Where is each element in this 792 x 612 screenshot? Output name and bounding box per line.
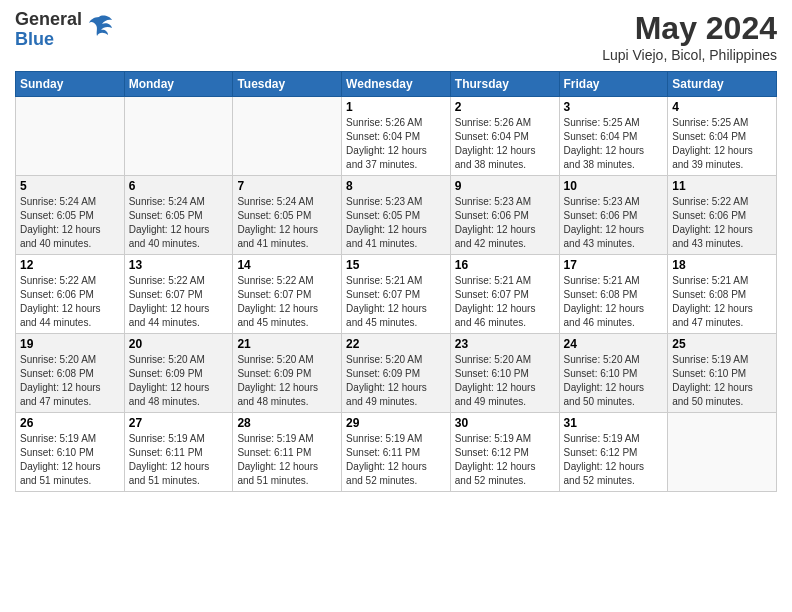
logo-general: General — [15, 10, 82, 30]
day-number: 27 — [129, 416, 229, 430]
calendar-week-row: 19Sunrise: 5:20 AM Sunset: 6:08 PM Dayli… — [16, 334, 777, 413]
calendar-cell: 26Sunrise: 5:19 AM Sunset: 6:10 PM Dayli… — [16, 413, 125, 492]
calendar-cell: 14Sunrise: 5:22 AM Sunset: 6:07 PM Dayli… — [233, 255, 342, 334]
calendar-cell: 6Sunrise: 5:24 AM Sunset: 6:05 PM Daylig… — [124, 176, 233, 255]
day-number: 1 — [346, 100, 446, 114]
calendar-cell: 24Sunrise: 5:20 AM Sunset: 6:10 PM Dayli… — [559, 334, 668, 413]
day-info: Sunrise: 5:24 AM Sunset: 6:05 PM Dayligh… — [237, 195, 337, 251]
calendar-cell: 9Sunrise: 5:23 AM Sunset: 6:06 PM Daylig… — [450, 176, 559, 255]
day-info: Sunrise: 5:19 AM Sunset: 6:10 PM Dayligh… — [20, 432, 120, 488]
day-number: 17 — [564, 258, 664, 272]
day-info: Sunrise: 5:25 AM Sunset: 6:04 PM Dayligh… — [564, 116, 664, 172]
calendar-cell: 2Sunrise: 5:26 AM Sunset: 6:04 PM Daylig… — [450, 97, 559, 176]
day-number: 31 — [564, 416, 664, 430]
calendar-cell: 3Sunrise: 5:25 AM Sunset: 6:04 PM Daylig… — [559, 97, 668, 176]
day-info: Sunrise: 5:20 AM Sunset: 6:08 PM Dayligh… — [20, 353, 120, 409]
title-block: May 2024 Lupi Viejo, Bicol, Philippines — [602, 10, 777, 63]
day-number: 8 — [346, 179, 446, 193]
calendar-cell: 21Sunrise: 5:20 AM Sunset: 6:09 PM Dayli… — [233, 334, 342, 413]
logo: General Blue — [15, 10, 114, 50]
day-number: 10 — [564, 179, 664, 193]
calendar-week-row: 5Sunrise: 5:24 AM Sunset: 6:05 PM Daylig… — [16, 176, 777, 255]
calendar-cell — [124, 97, 233, 176]
day-number: 20 — [129, 337, 229, 351]
header-sunday: Sunday — [16, 72, 125, 97]
day-info: Sunrise: 5:19 AM Sunset: 6:11 PM Dayligh… — [237, 432, 337, 488]
day-info: Sunrise: 5:26 AM Sunset: 6:04 PM Dayligh… — [455, 116, 555, 172]
day-info: Sunrise: 5:22 AM Sunset: 6:06 PM Dayligh… — [20, 274, 120, 330]
logo-blue: Blue — [15, 30, 82, 50]
calendar-cell: 10Sunrise: 5:23 AM Sunset: 6:06 PM Dayli… — [559, 176, 668, 255]
day-info: Sunrise: 5:20 AM Sunset: 6:09 PM Dayligh… — [237, 353, 337, 409]
day-number: 29 — [346, 416, 446, 430]
calendar-cell: 17Sunrise: 5:21 AM Sunset: 6:08 PM Dayli… — [559, 255, 668, 334]
day-info: Sunrise: 5:26 AM Sunset: 6:04 PM Dayligh… — [346, 116, 446, 172]
day-info: Sunrise: 5:20 AM Sunset: 6:09 PM Dayligh… — [129, 353, 229, 409]
day-number: 11 — [672, 179, 772, 193]
day-number: 30 — [455, 416, 555, 430]
day-number: 13 — [129, 258, 229, 272]
calendar-week-row: 26Sunrise: 5:19 AM Sunset: 6:10 PM Dayli… — [16, 413, 777, 492]
calendar-header-row: SundayMondayTuesdayWednesdayThursdayFrid… — [16, 72, 777, 97]
header-monday: Monday — [124, 72, 233, 97]
day-number: 16 — [455, 258, 555, 272]
calendar-cell: 30Sunrise: 5:19 AM Sunset: 6:12 PM Dayli… — [450, 413, 559, 492]
header-tuesday: Tuesday — [233, 72, 342, 97]
page-header: General Blue May 2024 Lupi Viejo, Bicol,… — [15, 10, 777, 63]
calendar-week-row: 12Sunrise: 5:22 AM Sunset: 6:06 PM Dayli… — [16, 255, 777, 334]
calendar-cell — [16, 97, 125, 176]
day-info: Sunrise: 5:20 AM Sunset: 6:10 PM Dayligh… — [455, 353, 555, 409]
calendar-cell: 28Sunrise: 5:19 AM Sunset: 6:11 PM Dayli… — [233, 413, 342, 492]
calendar-cell: 7Sunrise: 5:24 AM Sunset: 6:05 PM Daylig… — [233, 176, 342, 255]
day-info: Sunrise: 5:22 AM Sunset: 6:06 PM Dayligh… — [672, 195, 772, 251]
calendar-cell: 15Sunrise: 5:21 AM Sunset: 6:07 PM Dayli… — [342, 255, 451, 334]
day-number: 25 — [672, 337, 772, 351]
day-info: Sunrise: 5:20 AM Sunset: 6:10 PM Dayligh… — [564, 353, 664, 409]
day-info: Sunrise: 5:21 AM Sunset: 6:07 PM Dayligh… — [455, 274, 555, 330]
day-number: 19 — [20, 337, 120, 351]
day-number: 12 — [20, 258, 120, 272]
calendar-cell: 12Sunrise: 5:22 AM Sunset: 6:06 PM Dayli… — [16, 255, 125, 334]
day-info: Sunrise: 5:24 AM Sunset: 6:05 PM Dayligh… — [129, 195, 229, 251]
calendar-cell: 8Sunrise: 5:23 AM Sunset: 6:05 PM Daylig… — [342, 176, 451, 255]
calendar-cell: 16Sunrise: 5:21 AM Sunset: 6:07 PM Dayli… — [450, 255, 559, 334]
calendar-cell: 4Sunrise: 5:25 AM Sunset: 6:04 PM Daylig… — [668, 97, 777, 176]
calendar-cell: 20Sunrise: 5:20 AM Sunset: 6:09 PM Dayli… — [124, 334, 233, 413]
day-info: Sunrise: 5:21 AM Sunset: 6:08 PM Dayligh… — [564, 274, 664, 330]
calendar-cell: 31Sunrise: 5:19 AM Sunset: 6:12 PM Dayli… — [559, 413, 668, 492]
day-info: Sunrise: 5:19 AM Sunset: 6:10 PM Dayligh… — [672, 353, 772, 409]
day-info: Sunrise: 5:21 AM Sunset: 6:07 PM Dayligh… — [346, 274, 446, 330]
day-number: 26 — [20, 416, 120, 430]
day-info: Sunrise: 5:19 AM Sunset: 6:11 PM Dayligh… — [346, 432, 446, 488]
calendar-cell — [233, 97, 342, 176]
calendar-table: SundayMondayTuesdayWednesdayThursdayFrid… — [15, 71, 777, 492]
day-number: 14 — [237, 258, 337, 272]
calendar-cell: 13Sunrise: 5:22 AM Sunset: 6:07 PM Dayli… — [124, 255, 233, 334]
calendar-cell: 18Sunrise: 5:21 AM Sunset: 6:08 PM Dayli… — [668, 255, 777, 334]
day-number: 15 — [346, 258, 446, 272]
header-friday: Friday — [559, 72, 668, 97]
day-info: Sunrise: 5:25 AM Sunset: 6:04 PM Dayligh… — [672, 116, 772, 172]
calendar-cell: 25Sunrise: 5:19 AM Sunset: 6:10 PM Dayli… — [668, 334, 777, 413]
day-number: 2 — [455, 100, 555, 114]
day-info: Sunrise: 5:19 AM Sunset: 6:11 PM Dayligh… — [129, 432, 229, 488]
day-number: 4 — [672, 100, 772, 114]
bird-icon — [84, 12, 114, 48]
day-number: 3 — [564, 100, 664, 114]
day-info: Sunrise: 5:22 AM Sunset: 6:07 PM Dayligh… — [129, 274, 229, 330]
day-info: Sunrise: 5:24 AM Sunset: 6:05 PM Dayligh… — [20, 195, 120, 251]
day-info: Sunrise: 5:21 AM Sunset: 6:08 PM Dayligh… — [672, 274, 772, 330]
header-thursday: Thursday — [450, 72, 559, 97]
calendar-week-row: 1Sunrise: 5:26 AM Sunset: 6:04 PM Daylig… — [16, 97, 777, 176]
page-title: May 2024 — [602, 10, 777, 47]
calendar-cell: 29Sunrise: 5:19 AM Sunset: 6:11 PM Dayli… — [342, 413, 451, 492]
day-number: 18 — [672, 258, 772, 272]
day-info: Sunrise: 5:20 AM Sunset: 6:09 PM Dayligh… — [346, 353, 446, 409]
day-number: 24 — [564, 337, 664, 351]
calendar-cell: 19Sunrise: 5:20 AM Sunset: 6:08 PM Dayli… — [16, 334, 125, 413]
calendar-cell: 23Sunrise: 5:20 AM Sunset: 6:10 PM Dayli… — [450, 334, 559, 413]
day-info: Sunrise: 5:22 AM Sunset: 6:07 PM Dayligh… — [237, 274, 337, 330]
day-number: 7 — [237, 179, 337, 193]
header-saturday: Saturday — [668, 72, 777, 97]
calendar-cell — [668, 413, 777, 492]
